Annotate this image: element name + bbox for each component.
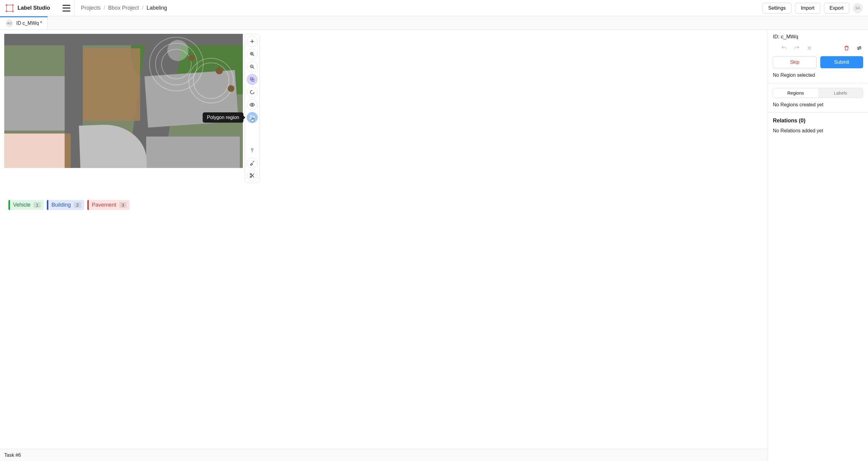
scissors-tool-icon[interactable] — [247, 170, 258, 181]
brush-tool-icon[interactable] — [247, 157, 258, 168]
close-icon[interactable] — [805, 44, 813, 52]
tab-regions[interactable]: Regions — [773, 88, 818, 98]
logo-zone: Label Studio — [0, 0, 75, 16]
no-relations-msg: No Relations added yet — [773, 128, 863, 133]
zoom-out-icon[interactable] — [247, 61, 258, 72]
zoom-in-icon[interactable] — [247, 49, 258, 60]
svg-point-22 — [251, 148, 253, 150]
tab-badge: AD — [5, 19, 13, 27]
svg-point-2 — [12, 4, 13, 5]
sidebar: ID: c_MWq Skip Submit No Region selected… — [768, 30, 868, 461]
relations-heading: Relations (0) — [773, 118, 863, 124]
breadcrumb-current: Labeling — [147, 5, 167, 11]
svg-point-18 — [250, 115, 251, 116]
task-tab[interactable]: AD ID c_MWq * — [0, 16, 48, 29]
svg-point-4 — [12, 10, 13, 12]
svg-point-3 — [6, 10, 7, 12]
svg-line-8 — [253, 55, 254, 56]
breadcrumb-projects[interactable]: Projects — [81, 5, 100, 11]
undo-icon[interactable] — [780, 44, 788, 52]
image-toolbar: Polygon region — [245, 34, 260, 183]
app-logo-icon — [5, 4, 14, 12]
sidebar-tabs: Regions Labels — [773, 88, 863, 98]
topbar: Label Studio Projects / Bbox Project / L… — [0, 0, 868, 16]
top-actions: Settings Import Export SA — [763, 3, 868, 13]
breadcrumb: Projects / Bbox Project / Labeling — [75, 5, 763, 11]
delete-icon[interactable] — [843, 44, 850, 52]
settings-button[interactable]: Settings — [763, 3, 792, 13]
label-name: Building — [51, 202, 71, 208]
breadcrumb-separator: / — [142, 5, 144, 11]
breadcrumb-project[interactable]: Bbox Project — [108, 5, 139, 11]
import-button[interactable]: Import — [795, 3, 820, 13]
no-region-text: No Region selected — [773, 72, 863, 78]
task-id: Task #6 — [4, 453, 21, 458]
svg-rect-0 — [7, 5, 13, 11]
swap-icon[interactable] — [855, 44, 863, 52]
label-hotkey: 2 — [74, 202, 81, 208]
label-hotkey: 1 — [33, 202, 41, 208]
svg-point-20 — [253, 119, 254, 120]
skip-button[interactable]: Skip — [773, 56, 817, 68]
svg-line-12 — [253, 67, 254, 68]
visibility-icon[interactable] — [247, 99, 258, 110]
label-hotkey: 3 — [119, 202, 127, 208]
submit-button[interactable]: Submit — [820, 56, 864, 68]
label-name: Pavement — [92, 202, 116, 208]
svg-point-19 — [254, 116, 255, 117]
pan-tool-icon[interactable] — [247, 36, 258, 47]
label-vehicle[interactable]: Vehicle 1 — [8, 200, 44, 210]
overlap-tool-icon[interactable] — [247, 74, 258, 85]
label-name: Vehicle — [13, 202, 31, 208]
tab-labels[interactable]: Labels — [818, 88, 863, 98]
annotation-image[interactable] — [4, 34, 243, 168]
tab-row: AD ID c_MWq * — [0, 16, 868, 30]
tab-title: ID c_MWq * — [16, 21, 42, 26]
svg-point-1 — [6, 4, 7, 5]
sidebar-task-id: ID: c_MWq — [773, 34, 798, 40]
app-name: Label Studio — [18, 5, 50, 11]
export-button[interactable]: Export — [824, 3, 849, 13]
tool-tooltip: Polygon region — [203, 112, 243, 123]
label-pavement[interactable]: Pavement 3 — [87, 200, 130, 210]
polygon-tool-icon[interactable]: Polygon region — [247, 112, 258, 123]
menu-icon[interactable] — [63, 5, 70, 11]
labels-row: Vehicle 1 Building 2 Pavement 3 — [4, 198, 764, 215]
no-regions-msg: No Regions created yet — [773, 102, 863, 107]
rotate-tool-icon[interactable] — [247, 87, 258, 98]
breadcrumb-separator: / — [103, 5, 105, 11]
svg-point-21 — [250, 118, 251, 119]
label-building[interactable]: Building 2 — [47, 200, 84, 210]
svg-point-16 — [252, 104, 253, 106]
user-avatar[interactable]: SA — [853, 3, 863, 13]
redo-icon[interactable] — [793, 44, 801, 52]
keypoint-tool-icon[interactable] — [247, 145, 258, 156]
footer: Task #6 — [0, 449, 768, 461]
